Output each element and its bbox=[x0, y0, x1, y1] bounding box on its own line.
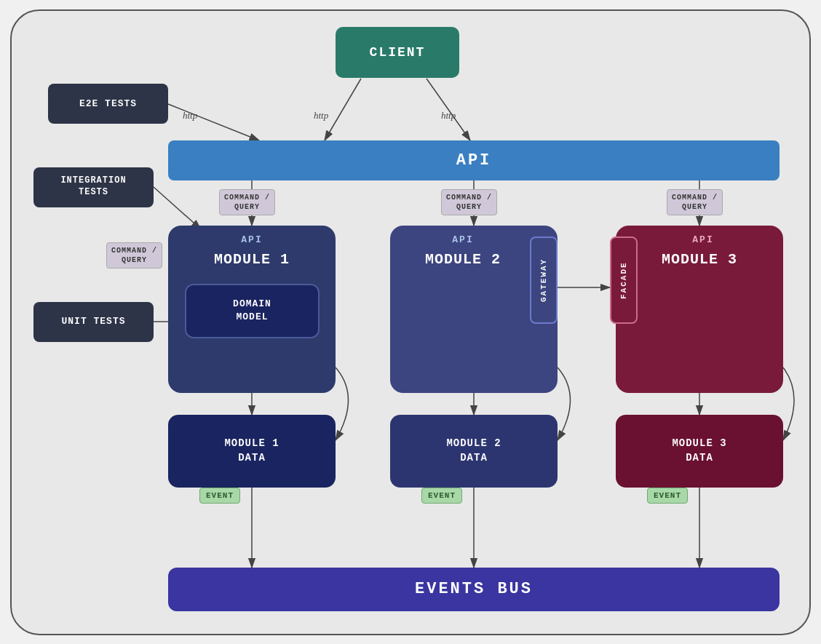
gateway-label: GATEWAY bbox=[530, 236, 558, 324]
domain-model-box: DOMAIN MODEL bbox=[185, 284, 320, 338]
event2-label: EVENT bbox=[421, 488, 462, 504]
event3-label: EVENT bbox=[647, 488, 688, 504]
http1-text: http bbox=[314, 110, 329, 121]
e2e-tests-box: E2E TESTS bbox=[48, 84, 168, 124]
cmd3-label: COMMAND / QUERY bbox=[667, 189, 723, 215]
module3-data-box: MODULE 3 DATA bbox=[616, 415, 783, 488]
http1-label: http bbox=[183, 110, 198, 121]
event1-label: EVENT bbox=[199, 488, 240, 504]
events-bus-label: EVENTS BUS bbox=[415, 580, 533, 598]
module2-title: MODULE 2 bbox=[390, 251, 536, 268]
client-label: CLIENT bbox=[370, 45, 426, 60]
cmd4-label: COMMAND / QUERY bbox=[106, 242, 162, 269]
svg-line-4 bbox=[427, 79, 470, 140]
module1-title: MODULE 1 bbox=[168, 251, 336, 268]
svg-line-3 bbox=[325, 79, 361, 140]
facade-label: FACADE bbox=[610, 236, 638, 324]
unit-tests-box: UNIT TESTS bbox=[33, 302, 154, 342]
module3-title: MODULE 3 bbox=[616, 251, 783, 268]
svg-line-8 bbox=[154, 187, 201, 229]
client-box: CLIENT bbox=[336, 27, 459, 78]
module2-api-label: API bbox=[390, 226, 536, 255]
cmd1-label: COMMAND / QUERY bbox=[219, 189, 275, 215]
api-bar-label: API bbox=[456, 151, 492, 170]
integration-label: INTEGRATION TESTS bbox=[60, 175, 126, 198]
svg-line-2 bbox=[168, 104, 259, 140]
integration-tests-box: INTEGRATION TESTS bbox=[33, 167, 154, 207]
module3-api-label: API bbox=[630, 226, 776, 255]
module2-data-box: MODULE 2 DATA bbox=[390, 415, 558, 488]
e2e-label: E2E TESTS bbox=[79, 98, 137, 109]
cmd2-label: COMMAND / QUERY bbox=[441, 189, 497, 215]
http2-text: http bbox=[441, 110, 456, 121]
diagram-container: http http http bbox=[10, 9, 811, 635]
api-bar: API bbox=[168, 140, 780, 180]
module1-data-box: MODULE 1 DATA bbox=[168, 415, 336, 488]
unit-label: UNIT TESTS bbox=[61, 316, 125, 328]
domain-model-label: DOMAIN MODEL bbox=[233, 298, 271, 324]
events-bus: EVENTS BUS bbox=[168, 568, 780, 611]
module1-api-label: API bbox=[168, 226, 336, 255]
